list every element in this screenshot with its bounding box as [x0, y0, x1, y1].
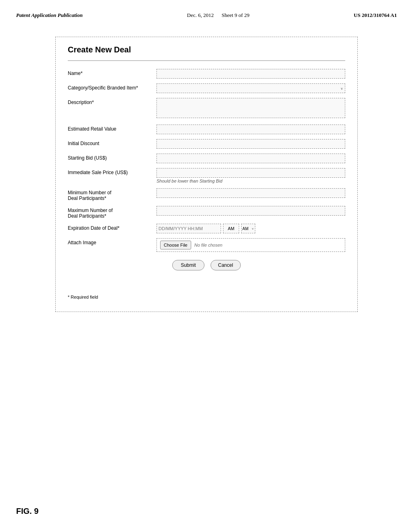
- cancel-button[interactable]: Cancel: [211, 260, 241, 270]
- max-participants-input[interactable]: [156, 206, 345, 216]
- name-field: [156, 69, 345, 79]
- erv-field: [156, 125, 345, 134]
- name-row: Name*: [68, 69, 345, 79]
- sheet-info: Sheet 9 of 29: [221, 12, 249, 18]
- submit-button[interactable]: Submit: [172, 260, 204, 270]
- category-select-wrapper: [156, 83, 345, 93]
- attach-image-row: Attach Image Choose File No file chosen: [68, 238, 345, 252]
- discount-field: [156, 139, 345, 149]
- min-participants-input[interactable]: [156, 188, 345, 198]
- discount-row: Initial Discount: [68, 139, 345, 149]
- page-header: Patent Application Publication Dec. 6, 2…: [16, 8, 397, 25]
- no-file-text: No file chosen: [194, 243, 223, 247]
- publication-label: Patent Application Publication: [16, 12, 83, 19]
- publication-date: Dec. 6, 2012 Sheet 9 of 29: [187, 12, 250, 19]
- ampm-input[interactable]: [223, 224, 239, 233]
- buttons-row: Submit Cancel: [68, 260, 345, 270]
- file-attach-area: Choose File No file chosen: [156, 238, 345, 252]
- starting-bid-input[interactable]: [156, 154, 345, 163]
- form-container: Create New Deal Name* Category/Specific …: [55, 37, 358, 312]
- description-field: [156, 98, 345, 120]
- min-participants-row: Minimum Number ofDeal Participants*: [68, 188, 345, 201]
- min-participants-label: Minimum Number ofDeal Participants*: [68, 188, 156, 201]
- form-title: Create New Deal: [68, 45, 345, 54]
- erv-label: Estimated Retail Value: [68, 125, 156, 132]
- starting-bid-label: Starting Bid (US$): [68, 154, 156, 161]
- required-note: * Required field: [68, 295, 345, 299]
- main-content: Create New Deal Name* Category/Specific …: [16, 37, 397, 312]
- immediate-sale-field: Should be lower than Starting Bid: [156, 168, 345, 183]
- category-row: Category/Specific Branded Item*: [68, 83, 345, 93]
- starting-bid-field: [156, 154, 345, 163]
- hint-text: Should be lower than Starting Bid: [156, 179, 345, 183]
- description-input[interactable]: [156, 98, 345, 118]
- category-label: Category/Specific Branded Item*: [68, 83, 156, 91]
- ampm-select[interactable]: AM PM: [241, 224, 255, 233]
- starting-bid-row: Starting Bid (US$): [68, 154, 345, 163]
- discount-label: Initial Discount: [68, 139, 156, 146]
- max-participants-row: Maximum Number ofDeal Participants*: [68, 206, 345, 219]
- datetime-input[interactable]: [156, 224, 221, 233]
- figure-label: FIG. 9: [16, 507, 39, 516]
- attach-image-label: Attach Image: [68, 238, 156, 245]
- min-participants-field: [156, 188, 345, 198]
- erv-input[interactable]: [156, 125, 345, 134]
- ampm-select-wrapper: AM PM: [241, 224, 255, 233]
- name-label: Name*: [68, 69, 156, 76]
- discount-input[interactable]: [156, 139, 345, 149]
- form-divider: [68, 60, 345, 61]
- max-participants-label: Maximum Number ofDeal Participants*: [68, 206, 156, 219]
- patent-number: US 2012/310764 A1: [354, 12, 397, 19]
- name-input[interactable]: [156, 69, 345, 79]
- description-label: Description*: [68, 98, 156, 105]
- expiration-row: Expiration Date of Deal* AM PM: [68, 224, 345, 233]
- immediate-sale-label: Immediate Sale Price (US$): [68, 168, 156, 175]
- erv-row: Estimated Retail Value: [68, 125, 345, 134]
- expiration-label: Expiration Date of Deal*: [68, 224, 156, 231]
- choose-file-button[interactable]: Choose File: [160, 241, 191, 249]
- category-field: [156, 83, 345, 93]
- max-participants-field: [156, 206, 345, 216]
- description-row: Description*: [68, 98, 345, 120]
- date-text: Dec. 6, 2012: [187, 12, 214, 18]
- expiration-field: AM PM: [156, 224, 345, 233]
- immediate-sale-row: Immediate Sale Price (US$) Should be low…: [68, 168, 345, 183]
- immediate-sale-input[interactable]: [156, 168, 345, 178]
- category-select[interactable]: [156, 83, 345, 93]
- datetime-row: AM PM: [156, 224, 345, 233]
- attach-image-field: Choose File No file chosen: [156, 238, 345, 252]
